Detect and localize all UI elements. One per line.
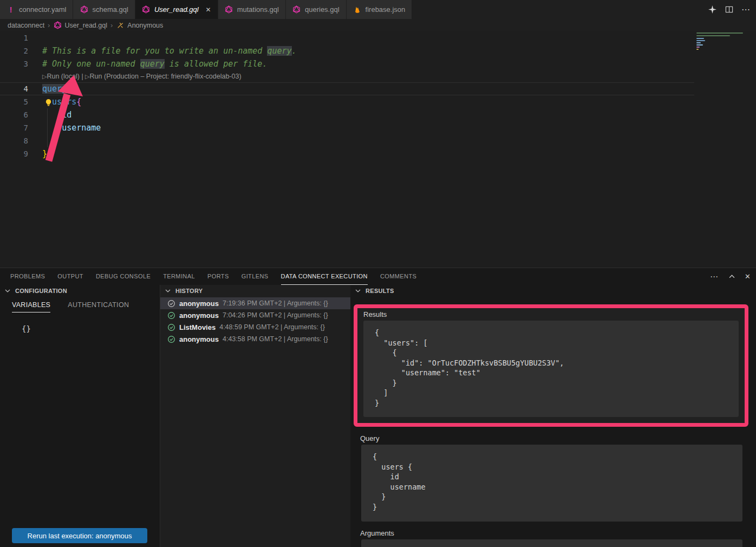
line-content: } [28,134,57,147]
code-token: { [76,97,81,107]
breadcrumb-item-dataconnect[interactable]: dataconnect [8,22,44,29]
panel-tab-terminal[interactable]: TERMINAL [163,268,195,285]
minimap-bar [696,38,704,39]
history-item[interactable]: ListMovies4:48:59 PM GMT+2 | Arguments: … [160,321,350,333]
line-content: users{ [28,95,81,108]
panel-tab-output[interactable]: OUTPUT [57,268,83,285]
history-item[interactable]: anonymous4:43:58 PM GMT+2 | Arguments: {… [160,333,350,345]
query-codebox[interactable]: { users { id username } } [361,445,742,522]
panel-tab-ports[interactable]: PORTS [207,268,229,285]
panel-more-icon[interactable]: ⋯ [710,272,719,282]
tab-label: schema.gql [92,5,128,14]
code-token: } [52,136,57,146]
line-content: id [28,108,71,121]
graphql-icon [53,21,62,30]
history-item[interactable]: anonymous7:04:26 PM GMT+2 | Arguments: {… [160,309,350,321]
history-item[interactable]: anonymous7:19:36 PM GMT+2 | Arguments: {… [160,297,350,309]
code-token: } [42,149,47,159]
check-circle-icon [167,323,175,331]
editor-line-1[interactable]: 1 [0,31,694,44]
tab-queries-gql[interactable]: queries.gql [286,0,347,19]
editor-line-5[interactable]: 5 users{ [0,95,694,108]
minimap-bar [696,42,701,43]
history-header[interactable]: HISTORY [160,285,350,297]
config-tab-variables[interactable]: VARIABLES [12,301,50,312]
minimap-bar [696,49,699,50]
tab-mutations-gql[interactable]: mutations.gql [218,0,286,19]
firebase-icon [353,5,362,14]
history-header-label: HISTORY [175,288,203,294]
editor-title-actions: ⋯ [708,0,751,19]
breadcrumb-separator: › [48,21,50,29]
play-icon: ▷ [85,70,89,82]
configuration-header[interactable]: CONFIGURATION [0,285,160,297]
editor-line-3[interactable]: 3# Only one un-named query is allowed pe… [0,57,694,70]
line-number: 5 [0,95,28,108]
editor-line-2[interactable]: 2# This is a file for you to write an un… [0,44,694,57]
line-content: username [28,121,101,134]
history-item-meta: 7:19:36 PM GMT+2 | Arguments: {} [223,299,328,307]
check-circle-icon [167,311,175,320]
minimap[interactable] [695,31,752,268]
arguments-codebox[interactable]: {} [361,539,742,547]
chevron-down-icon [164,286,172,295]
code-token: query [140,59,165,69]
minimap-bar [696,32,743,34]
play-icon: ▷ [42,70,47,82]
line-content [28,31,42,44]
tab-label: mutations.gql [237,5,279,14]
breadcrumb-item-label: dataconnect [8,22,44,29]
breadcrumb-item-label: Anonymous [127,22,163,29]
rerun-button[interactable]: Rerun last execution: anonymous [12,528,147,543]
code-token: query [42,84,67,94]
tab-schema-gql[interactable]: schema.gql [73,0,135,19]
split-editor-icon[interactable] [725,5,733,14]
results-header[interactable]: RESULTS [350,285,756,297]
results-header-label: RESULTS [366,288,394,294]
panel-close-icon[interactable]: ✕ [745,272,751,281]
code-token: # Only one un-named [42,59,140,69]
query-label: Query [360,434,756,442]
panel-maximize-icon[interactable] [727,272,736,281]
panel-tab-problems[interactable]: PROBLEMS [10,268,45,285]
lightbulb-icon[interactable] [44,97,53,106]
copilot-sparkle-icon[interactable] [708,5,716,14]
editor-line-7[interactable]: 7 username [0,121,694,134]
editor-line-4[interactable]: 4query { [0,82,694,95]
panel-tab-gitlens[interactable]: GITLENS [242,268,269,285]
panel-tab-data-connect-execution[interactable]: DATA CONNECT EXECUTION [281,268,368,285]
panel-tab-comments[interactable]: COMMENTS [380,268,416,285]
results-highlight-box: Results{ "users": [ { "id": "OrTucFODZHT… [354,304,748,427]
line-number: 7 [0,121,28,134]
yaml-icon: ! [6,5,15,14]
breadcrumb-item-user_read-gql[interactable]: User_read.gql [53,21,107,30]
indent-guide [47,108,48,121]
tab-User_read-gql[interactable]: User_read.gql✕ [135,0,218,19]
code-token: # This is a file for you to write an un-… [42,46,267,56]
code-token: username [62,123,101,133]
run-local-link[interactable]: Run (local) [47,70,79,82]
editor-line-9[interactable]: 9} [0,147,694,160]
tab-firebase-json[interactable]: firebase.json [347,0,413,19]
breadcrumb-item-anonymous[interactable]: Anonymous [116,21,163,30]
code-editor[interactable]: 12# This is a file for you to write an u… [0,31,756,268]
anonymous-operation-icon [116,21,125,30]
tab-label: User_read.gql [154,5,199,14]
run-production-link[interactable]: Run (Production – Project: friendly-flix… [90,70,242,82]
minimap-bar [696,40,705,41]
editor-line-6[interactable]: 6 id [0,108,694,121]
tab-connector-yaml[interactable]: !connector.yaml [0,0,73,19]
variables-value[interactable]: {} [22,324,31,333]
code-token: query [267,46,291,56]
codelens-row: ▷Run (local) | ▷Run (Production – Projec… [0,70,694,82]
breadcrumb-item-label: User_read.gql [64,22,107,29]
editor-line-8[interactable]: 8 } [0,134,694,147]
close-icon[interactable]: ✕ [206,6,211,14]
tab-bar-tabs: !connector.yamlschema.gqlUser_read.gql✕m… [0,0,412,19]
results-codebox[interactable]: { "users": [ { "id": "OrTucFODZHTksvBSBU… [363,321,739,417]
panel-tab-debug-console[interactable]: DEBUG CONSOLE [96,268,151,285]
more-actions-icon[interactable]: ⋯ [741,4,751,15]
config-tab-authentication[interactable]: AUTHENTICATION [68,301,129,312]
results-sections: Results{ "users": [ { "id": "OrTucFODZHT… [350,304,756,547]
code-token: users [52,97,76,107]
